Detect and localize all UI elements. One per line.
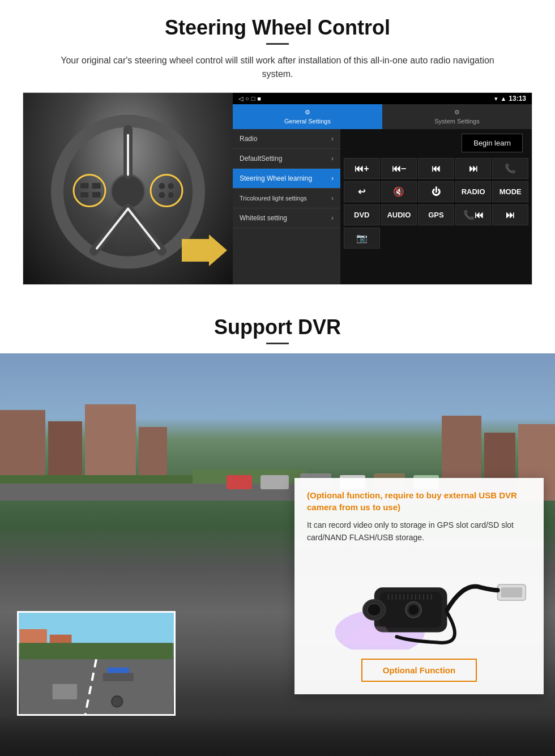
tab-system[interactable]: ⚙ System Settings [382, 104, 532, 129]
svg-rect-12 [92, 192, 101, 198]
mute-btn[interactable]: 🔇 [381, 181, 417, 202]
android-content: Radio › DefaultSetting › Steering Wheel … [233, 129, 532, 284]
phone-btn[interactable]: 📞 [492, 158, 528, 179]
svg-point-15 [168, 183, 174, 190]
svg-rect-43 [53, 684, 78, 699]
begin-learn-button[interactable]: Begin learn [462, 134, 523, 152]
dvr-section: Support DVR [0, 302, 555, 756]
nav-menu-icon: ■ [257, 95, 261, 102]
tab-system-label: System Settings [434, 118, 479, 125]
svg-rect-9 [80, 183, 89, 189]
camera-btn[interactable]: 📷 [344, 228, 380, 249]
menu-whitelist[interactable]: Whitelist setting › [233, 208, 340, 228]
nav-back-icon: ◁ [238, 95, 243, 102]
chevron-right-icon: › [331, 135, 334, 143]
svg-line-7 [128, 209, 159, 249]
vol-down-btn[interactable]: ⏮− [381, 158, 417, 179]
svg-point-14 [159, 183, 165, 190]
svg-rect-45 [103, 673, 134, 681]
svg-point-46 [112, 696, 122, 707]
next-btn[interactable]: ⏭ [455, 158, 492, 179]
title-divider [266, 43, 289, 45]
menu-steering-wheel[interactable]: Steering Wheel learning › [233, 169, 340, 189]
vol-up-btn[interactable]: ⏮+ [344, 158, 380, 179]
svg-rect-55 [501, 587, 523, 597]
dvr-camera-illustration [307, 553, 531, 650]
menu-radio[interactable]: Radio › [233, 129, 340, 149]
steering-control-panel: Begin learn ⏮+ ⏮− ⏮ ⏭ 📞 ↩ 🔇 ⏻ [340, 129, 532, 284]
control-row-1: ⏮+ ⏮− ⏮ ⏭ 📞 [340, 157, 532, 180]
android-ui-panel: ◁ ○ □ ■ ▾ ▲ 13:13 ⚙ General Settings ⚙ S… [233, 93, 532, 284]
svg-point-13 [151, 175, 182, 207]
next-skip-btn[interactable]: ⏭ [492, 204, 528, 225]
tab-general-label: General Settings [284, 118, 331, 125]
android-tabs: ⚙ General Settings ⚙ System Settings [233, 104, 532, 129]
chevron-right-icon: › [331, 174, 334, 182]
android-statusbar: ◁ ○ □ ■ ▾ ▲ 13:13 [233, 93, 532, 104]
signal-icon: ▲ [500, 95, 506, 102]
svg-rect-10 [80, 192, 89, 198]
svg-line-6 [97, 209, 128, 249]
dvr-title: Support DVR [0, 302, 555, 339]
chevron-right-icon: › [331, 155, 334, 163]
chevron-right-icon: › [331, 194, 334, 202]
control-row-2: ↩ 🔇 ⏻ RADIO MODE [340, 180, 532, 203]
svg-point-16 [159, 192, 165, 199]
svg-rect-28 [261, 475, 289, 489]
dvr-title-divider [266, 343, 289, 344]
tab-general[interactable]: ⚙ General Settings [233, 104, 382, 129]
dvd-btn[interactable]: DVD [344, 204, 380, 225]
gear-icon: ⚙ [305, 109, 310, 116]
svg-rect-27 [227, 475, 252, 489]
power-btn[interactable]: ⏻ [418, 181, 454, 202]
menu-default-setting[interactable]: DefaultSetting › [233, 149, 340, 169]
optional-function-button[interactable]: Optional Function [361, 659, 477, 682]
hang-up-btn[interactable]: ↩ [344, 181, 380, 202]
chevron-right-icon: › [331, 214, 334, 222]
inset-road-svg [19, 613, 174, 714]
svg-point-8 [74, 175, 105, 207]
dvr-info-card: (Optional function, require to buy exter… [294, 478, 544, 694]
prev-btn[interactable]: ⏮ [418, 158, 454, 179]
mode-btn[interactable]: MODE [492, 181, 528, 202]
gps-btn[interactable]: GPS [418, 204, 454, 225]
svg-point-51 [368, 604, 381, 616]
audio-btn[interactable]: AUDIO [381, 204, 417, 225]
svg-point-17 [168, 192, 174, 199]
nav-recent-icon: □ [251, 95, 255, 102]
svg-rect-40 [20, 659, 173, 714]
steering-demo-panel: ◁ ○ □ ■ ▾ ▲ 13:13 ⚙ General Settings ⚙ S… [23, 92, 532, 285]
dvr-inset-camera-image [17, 611, 176, 716]
svg-marker-18 [182, 234, 227, 266]
page-title: Steering Wheel Control [23, 16, 532, 40]
dvr-photo-background: (Optional function, require to buy exter… [0, 353, 555, 756]
menu-tricoloured[interactable]: Tricoloured light settings › [233, 189, 340, 208]
section-subtitle: Your original car's steering wheel contr… [45, 54, 510, 81]
status-time: 13:13 [509, 95, 526, 102]
settings-menu: Radio › DefaultSetting › Steering Wheel … [233, 129, 340, 284]
dvr-body-text: It can record video only to storage in G… [307, 519, 531, 544]
steering-section: Steering Wheel Control Your original car… [0, 0, 555, 285]
radio-btn[interactable]: RADIO [455, 181, 492, 202]
begin-learn-row: Begin learn [340, 129, 532, 157]
nav-home-icon: ○ [245, 95, 249, 102]
control-row-4: 📷 [340, 227, 532, 250]
dvr-camera-svg [307, 553, 531, 650]
phone-prev-btn[interactable]: 📞⏮ [455, 204, 492, 225]
svg-rect-39 [20, 643, 173, 659]
settings-icon: ⚙ [454, 109, 460, 116]
svg-point-53 [408, 605, 419, 615]
control-row-3: DVD AUDIO GPS 📞⏮ ⏭ [340, 203, 532, 227]
arrow-indicator [182, 233, 227, 267]
dvr-orange-text: (Optional function, require to buy exter… [307, 489, 531, 513]
svg-point-1 [111, 175, 145, 209]
svg-rect-11 [92, 183, 101, 189]
wifi-icon: ▾ [494, 95, 498, 102]
steering-wheel-photo [23, 93, 233, 284]
